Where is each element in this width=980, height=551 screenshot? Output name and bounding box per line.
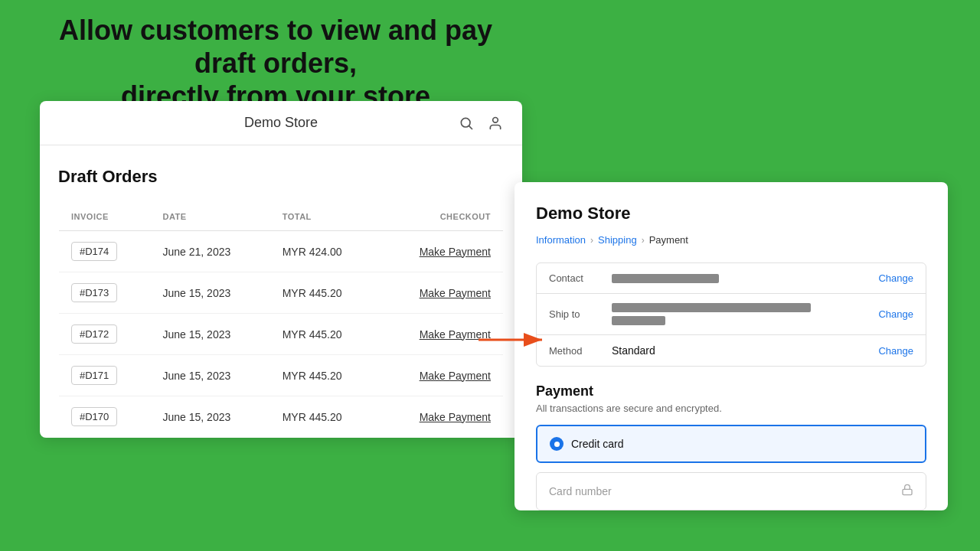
- info-row-contact: Contact Change: [537, 263, 926, 294]
- method-change[interactable]: Change: [878, 345, 913, 357]
- col-checkout: CHECKOUT: [379, 203, 504, 231]
- cell-date: June 15, 2023: [151, 272, 270, 314]
- table-row: #D174 June 21, 2023 MYR 424.00 Make Paym…: [59, 231, 504, 272]
- card-number-placeholder: Card number: [549, 485, 612, 497]
- contact-value: [612, 274, 869, 283]
- col-date: DATE: [151, 203, 270, 231]
- make-payment-link[interactable]: Make Payment: [420, 328, 491, 341]
- breadcrumb-information[interactable]: Information: [536, 234, 586, 246]
- cell-total: MYR 445.20: [270, 272, 379, 314]
- cell-total: MYR 445.20: [270, 355, 379, 396]
- method-label: Method: [549, 345, 603, 357]
- col-total: TOTAL: [270, 203, 379, 231]
- breadcrumb-sep-1: ›: [590, 235, 593, 246]
- shipto-bar-1: [612, 303, 811, 312]
- cell-invoice: #D172: [59, 314, 151, 355]
- make-payment-link[interactable]: Make Payment: [420, 287, 491, 299]
- invoice-badge: #D170: [71, 407, 117, 426]
- credit-card-option[interactable]: Credit card: [536, 425, 926, 463]
- cell-date: June 15, 2023: [151, 396, 270, 438]
- contact-change[interactable]: Change: [878, 272, 913, 284]
- contact-bar: [612, 274, 719, 283]
- cell-date: June 15, 2023: [151, 355, 270, 396]
- info-row-method: Method Standard Change: [537, 335, 926, 366]
- right-panel: Demo Store Information › Shipping › Paym…: [514, 182, 948, 510]
- cell-checkout: Make Payment: [379, 355, 504, 396]
- header-icons: [458, 115, 504, 132]
- store-name-left: Demo Store: [244, 115, 318, 131]
- payment-subtitle: All transactions are secure and encrypte…: [536, 403, 926, 414]
- card-number-field[interactable]: Card number: [536, 472, 926, 510]
- hero-title: Allow customers to view and pay draft or…: [38, 14, 513, 113]
- svg-point-2: [493, 117, 498, 122]
- table-row: #D173 June 15, 2023 MYR 445.20 Make Paym…: [59, 272, 504, 314]
- cell-invoice: #D171: [59, 355, 151, 396]
- breadcrumb: Information › Shipping › Payment: [536, 234, 926, 246]
- table-header-row: INVOICE DATE TOTAL CHECKOUT: [59, 203, 504, 231]
- shipto-label: Ship to: [549, 308, 603, 320]
- payment-title: Payment: [536, 383, 926, 399]
- make-payment-link[interactable]: Make Payment: [420, 246, 491, 258]
- cell-invoice: #D173: [59, 272, 151, 314]
- checkout-store-title: Demo Store: [536, 204, 926, 223]
- cell-checkout: Make Payment: [379, 231, 504, 272]
- cell-date: June 21, 2023: [151, 231, 270, 272]
- breadcrumb-sep-2: ›: [642, 235, 645, 246]
- cell-invoice: #D174: [59, 231, 151, 272]
- make-payment-link[interactable]: Make Payment: [420, 370, 491, 382]
- table-row: #D170 June 15, 2023 MYR 445.20 Make Paym…: [59, 396, 504, 438]
- hero-section: Allow customers to view and pay draft or…: [38, 14, 513, 113]
- cell-invoice: #D170: [59, 396, 151, 438]
- cell-total: MYR 424.00: [270, 231, 379, 272]
- method-text: Standard: [612, 344, 869, 357]
- invoice-badge: #D171: [71, 366, 117, 385]
- draft-orders-title: Draft Orders: [58, 167, 504, 187]
- cell-date: June 15, 2023: [151, 314, 270, 355]
- table-row: #D171 June 15, 2023 MYR 445.20 Make Paym…: [59, 355, 504, 396]
- search-icon[interactable]: [458, 115, 475, 132]
- orders-table: INVOICE DATE TOTAL CHECKOUT #D174 June 2…: [58, 202, 504, 438]
- shipto-change[interactable]: Change: [878, 308, 913, 320]
- contact-label: Contact: [549, 272, 603, 284]
- breadcrumb-shipping[interactable]: Shipping: [598, 234, 637, 246]
- cell-checkout: Make Payment: [379, 396, 504, 438]
- info-section: Contact Change Ship to Change Method Sta…: [536, 262, 926, 367]
- make-payment-link[interactable]: Make Payment: [420, 411, 491, 423]
- store-header: Demo Store: [40, 101, 522, 145]
- draft-orders-content: Draft Orders INVOICE DATE TOTAL CHECKOUT…: [40, 145, 522, 438]
- svg-rect-3: [903, 489, 912, 494]
- invoice-badge: #D172: [71, 324, 117, 344]
- radio-inner: [554, 442, 560, 447]
- cell-checkout: Make Payment: [379, 314, 504, 355]
- method-value: Standard: [612, 344, 869, 357]
- invoice-badge: #D174: [71, 242, 117, 261]
- shipto-value: [612, 303, 869, 325]
- user-icon[interactable]: [487, 115, 504, 132]
- left-panel: Demo Store Draft Orders INVOICE: [40, 101, 522, 438]
- radio-selected: [550, 437, 564, 451]
- info-row-shipto: Ship to Change: [537, 294, 926, 335]
- cell-total: MYR 445.20: [270, 396, 379, 438]
- table-row: #D172 June 15, 2023 MYR 445.20 Make Paym…: [59, 314, 504, 355]
- breadcrumb-payment: Payment: [649, 234, 688, 246]
- svg-line-1: [469, 126, 472, 129]
- cell-total: MYR 445.20: [270, 314, 379, 355]
- invoice-badge: #D173: [71, 283, 117, 302]
- lock-icon: [901, 484, 913, 499]
- shipto-bar-2: [612, 316, 665, 325]
- svg-point-0: [461, 118, 470, 127]
- credit-card-label: Credit card: [571, 438, 623, 450]
- cell-checkout: Make Payment: [379, 272, 504, 314]
- col-invoice: INVOICE: [59, 203, 151, 231]
